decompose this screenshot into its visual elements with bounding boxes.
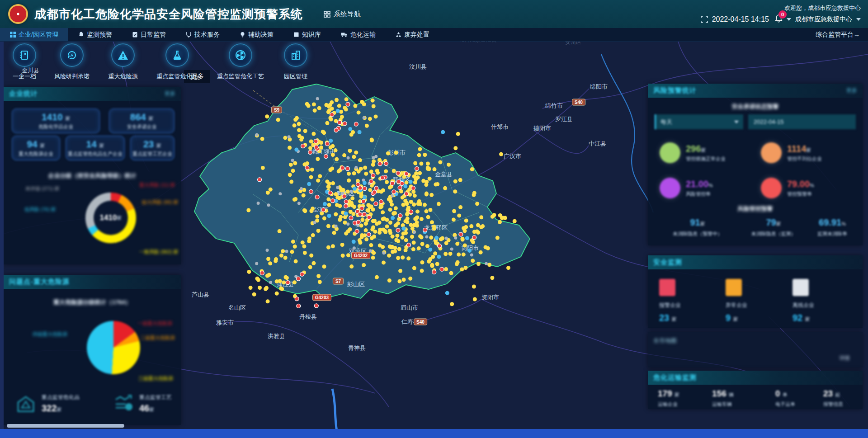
enterprise-stats-more-link[interactable]: 更多	[165, 90, 175, 98]
nav-label: 企业/园区管理	[19, 31, 58, 39]
archive-book-icon	[13, 43, 36, 67]
grid-icon	[10, 32, 16, 38]
nav-item-knowledge-base[interactable]: 知识库	[283, 28, 331, 41]
period-caret-icon	[734, 121, 739, 123]
circle-stat-normal: 296家 管控措施正常企业	[660, 142, 726, 163]
city-map-mini-panel[interactable]: 全市地图 详情	[648, 332, 863, 367]
notification-caret-icon[interactable]	[787, 18, 791, 21]
donut-legend-general: 一般风险 (962) 家	[139, 249, 179, 255]
offline-square-icon	[793, 279, 809, 296]
donut-legend-major: 重大风险 (11) 家	[139, 182, 175, 188]
quick-item-park-management[interactable]: 园区管理	[274, 43, 317, 80]
quick-item-one-enterprise-one-file[interactable]: 一企一档	[4, 43, 45, 80]
enterprise-stats-panel: 企业统计 更多 1410 家 危险化学品企业 864 家 安全承诺企业 94 家…	[4, 87, 181, 264]
system-nav-button[interactable]: 系统导航	[324, 10, 361, 19]
svg-text:雅安市: 雅安市	[216, 319, 234, 326]
panel-title-major-hazard: 问题点-重大危险源	[9, 278, 70, 286]
svg-text:中江县: 中江县	[589, 140, 606, 147]
svg-text:芦山县: 芦山县	[192, 291, 209, 298]
donut-legend-low: 低风险 (76) 家	[24, 206, 56, 213]
app-root: 金川县汶川县绵阳市绵竹市罗江县什邡市德阳市中江县广汉市金堂县彭州市都江堰市郫都区…	[0, 0, 868, 438]
key-chemical-stat[interactable]: 重点监管危化品 322家	[15, 393, 80, 414]
integrated-platform-link[interactable]: 综合监管平台→	[807, 28, 868, 41]
park-buildings-icon	[284, 43, 307, 67]
notification-bell[interactable]: 0	[775, 14, 783, 24]
grid-menu-icon	[324, 11, 330, 18]
monitor-stat-offline[interactable]: 离线企业 92 家	[793, 279, 814, 323]
clipboard-check-icon	[132, 32, 138, 38]
risk-alert-panel: 风险预警统计 更多 安全承诺状态预警 每天 2022-04-15 296家 管控…	[648, 84, 863, 245]
risk-level-donut-chart[interactable]: 1410家	[85, 193, 136, 243]
pie-legend-level4: 四级重大危险源	[33, 331, 67, 338]
nav-item-tech-service[interactable]: 技术服务	[176, 28, 230, 41]
pie-chart-title: 重大危险源分级统计（1764）	[4, 298, 181, 306]
safety-monitor-panel: 安全监测 报警企业 23 家 异常企业 9 家 离线企业 92 家	[648, 255, 863, 328]
enterprise-stat-boxes-row1: 1410 家 危险化学品企业 864 家 安全承诺企业	[12, 108, 175, 133]
nav-item-monitor-warning[interactable]: 监测预警	[68, 28, 122, 41]
pie-legend-level1: 一级重大危险源	[137, 320, 172, 327]
pie-legend-level3: 三级重大危险源	[138, 375, 173, 382]
truck-icon	[341, 32, 348, 38]
page-title: 成都市化工危险化学品安全风险管控监测预警系统	[34, 6, 303, 22]
transport-stat-vehicles: 156 辆 运输车辆	[712, 389, 734, 408]
nav-label: 危化运输	[350, 31, 376, 39]
normal-circle-icon	[660, 142, 680, 163]
abnormal-square-icon	[726, 279, 742, 296]
stat-box-hazchem-enterprises[interactable]: 1410 家 危险化学品企业	[12, 108, 100, 133]
monitor-stat-abnormal[interactable]: 异常企业 9 家	[726, 279, 747, 323]
stat-box-key-production[interactable]: 14 家 重点监管危化品生产企业	[66, 136, 125, 160]
fullscreen-icon[interactable]	[701, 16, 708, 23]
svg-text:广汉市: 广汉市	[504, 153, 521, 160]
hazard-level-pie-chart[interactable]	[87, 321, 140, 374]
date-picker[interactable]: 2022-04-15	[748, 114, 856, 129]
stat-box-major-hazard[interactable]: 94 家 重大危险源企业	[12, 136, 60, 160]
panel-title-enterprise-stats: 企业统计	[9, 89, 38, 98]
nav-item-decision-support[interactable]: 辅助决策	[230, 28, 283, 41]
bulb-icon	[240, 32, 245, 38]
svg-text:金堂县: 金堂县	[435, 171, 453, 178]
system-nav-label: 系统导航	[334, 10, 361, 19]
welcome-text: 欢迎您，成都市应急救援中心	[784, 4, 861, 12]
nav-label: 辅助决策	[248, 31, 274, 39]
svg-text:眉山市: 眉山市	[401, 304, 418, 311]
quick-item-label: 重点监管危化品	[157, 72, 198, 80]
bottom-scroll-strip[interactable]	[0, 429, 868, 438]
key-process-stat[interactable]: 重点监管工艺 46家	[113, 393, 172, 414]
quick-item-key-chemicals[interactable]: 重点监管危化品	[147, 43, 207, 80]
org-name[interactable]: 成都市应急救援中心	[795, 15, 852, 24]
quick-item-label: 一企一档	[13, 72, 36, 80]
nav-item-daily-supervision[interactable]: 日常监管	[122, 28, 176, 41]
org-caret-icon[interactable]	[856, 18, 861, 21]
horizontal-scrollbar-thumb[interactable]	[7, 424, 124, 428]
nav-item-hazmat-transport[interactable]: 危化运输	[331, 28, 386, 41]
panel-title-safety-monitor: 安全监测	[653, 258, 682, 267]
hazmat-transport-panel: 危化运输监测 179 家 运输企业 156 辆 运输车辆 0 单 电子运单 23…	[648, 371, 863, 409]
nav-item-enterprise-park[interactable]: 企业/园区管理	[0, 28, 68, 41]
period-dropdown[interactable]: 每天	[655, 114, 743, 129]
svg-text:绵阳市: 绵阳市	[590, 83, 608, 90]
quick-item-key-process[interactable]: 重点监管危化工艺	[207, 43, 274, 80]
quick-item-risk-commitment[interactable]: 风险研判承诺	[45, 43, 99, 80]
monitor-stat-alarm[interactable]: 报警企业 23 家	[659, 279, 681, 323]
nav-item-waste-disposal[interactable]: 废弃处置	[386, 28, 439, 41]
bell-icon	[78, 32, 84, 38]
enterprise-stat-boxes-row2: 94 家 重大危险源企业 14 家 重点监管危化品生产企业 23 家 重点监管工…	[12, 136, 175, 160]
stat-box-key-process[interactable]: 23 家 重点监管工艺企业	[130, 136, 175, 160]
donut-legend-high: 较大风险 (90) 家	[142, 199, 179, 206]
commitment-status-subtitle: 安全承诺状态预警	[648, 103, 863, 111]
quick-item-major-hazard[interactable]: 重大危险源	[99, 43, 147, 80]
circle-stat-control-rate: 21.00% 风险管控率	[660, 178, 713, 198]
main-nav: 企业/园区管理 监测预警 日常监管 技术服务 辅助决策 知识库 危化运输 废弃	[0, 28, 868, 42]
svg-text:仁寿县: 仁寿县	[401, 318, 419, 325]
mini-panel-detail-link[interactable]: 详情	[839, 354, 850, 362]
hazard-triangle-icon	[111, 43, 135, 67]
stat-box-commitment-enterprises[interactable]: 864 家 安全承诺企业	[109, 108, 175, 133]
quick-item-label: 重大危险源	[108, 72, 138, 80]
notification-badge: 0	[778, 10, 787, 19]
recycle-icon	[396, 32, 401, 38]
major-hazard-panel: 问题点-重大危险源 重大危险源分级统计（1764） 四级重大危险源 一级重大危险…	[4, 275, 181, 425]
top-header: 成都市化工危险化学品安全风险管控监测预警系统 系统导航 欢迎您，成都市应急救援中…	[0, 0, 868, 28]
process-flow-icon	[113, 393, 134, 414]
risk-alert-more-link[interactable]: 更多	[846, 87, 857, 94]
control-rate-circle-icon	[660, 178, 680, 198]
